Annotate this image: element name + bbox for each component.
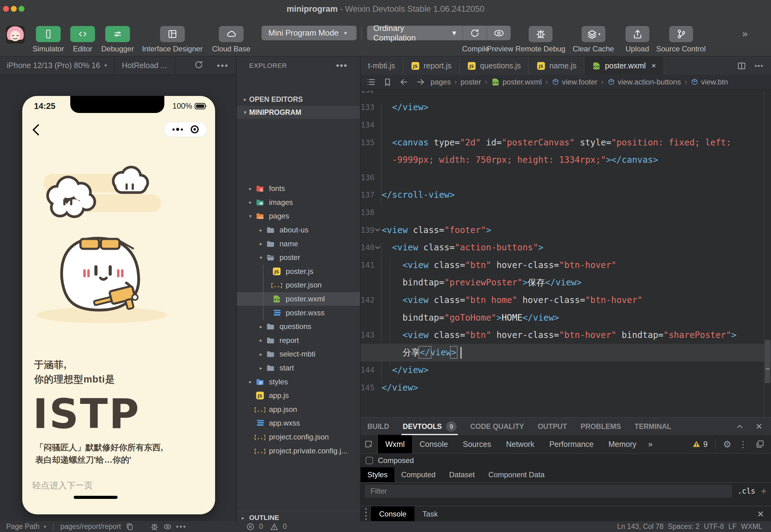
project-root-section[interactable]: ▾ MINIPROGRAM: [237, 106, 360, 119]
close-icon[interactable]: ✕: [756, 422, 762, 431]
tab-close-icon[interactable]: ×: [651, 61, 656, 71]
bookmark-icon[interactable]: [383, 77, 392, 87]
tab-poster.wxml[interactable]: <>poster.wxml×: [584, 57, 664, 75]
composed-checkbox[interactable]: [366, 457, 373, 464]
tree-file-poster.wxml[interactable]: <>poster.wxml: [237, 292, 360, 306]
status-item[interactable]: UTF-8: [704, 522, 724, 531]
tab-report.js[interactable]: JSreport.js: [403, 57, 460, 75]
tab-name.js[interactable]: JSname.js: [529, 57, 585, 75]
tab-questions.js[interactable]: JSquestions.js: [460, 57, 529, 75]
preview-button[interactable]: [487, 26, 511, 40]
debug-icon[interactable]: [150, 522, 159, 531]
split-editor-icon[interactable]: [737, 61, 747, 71]
tree-folder-start[interactable]: ▸start: [237, 361, 360, 375]
compilation-dropdown[interactable]: Ordinary Compilation ▾: [367, 26, 462, 40]
tree-file-app.wxss[interactable]: app.wxss: [237, 416, 360, 430]
breadcrumb-view.btn[interactable]: view.btn: [691, 78, 728, 86]
styles-tab-component-data[interactable]: Component Data: [482, 467, 551, 482]
tree-file-app.js[interactable]: JSapp.js: [237, 389, 360, 403]
upload-button[interactable]: [626, 26, 649, 42]
styles-tab-computed[interactable]: Computed: [394, 467, 442, 482]
arrow-left-icon[interactable]: [399, 77, 409, 87]
capsule-more-button[interactable]: [172, 128, 183, 131]
device-dropdown[interactable]: iPhone 12/13 (Pro) 80% 16 ▾: [0, 61, 114, 70]
capsule-close-icon[interactable]: [191, 125, 199, 133]
styles-tab-styles[interactable]: Styles: [361, 467, 394, 482]
panel-tab-terminal[interactable]: TERMINAL: [628, 418, 678, 435]
tree-file-poster.json[interactable]: {..}poster.json: [237, 278, 360, 292]
gear-icon[interactable]: ⚙: [723, 439, 731, 450]
inspector-tab-sources[interactable]: Sources: [455, 435, 499, 453]
tree-folder-name[interactable]: ▸name: [237, 237, 360, 251]
remote-debug-button[interactable]: [529, 26, 552, 42]
inspector-tab-memory[interactable]: Memory: [601, 435, 644, 453]
add-style-button[interactable]: +: [761, 486, 767, 497]
breadcrumb-view.action-buttons[interactable]: view.action-buttons: [607, 78, 681, 86]
tree-file-app.json[interactable]: {..}app.json: [237, 403, 360, 417]
explorer-more-button[interactable]: •••: [336, 60, 348, 71]
status-item[interactable]: LF: [728, 522, 737, 531]
tree-folder-questions[interactable]: ▸questions: [237, 320, 360, 334]
breadcrumb-poster.wxml[interactable]: <>poster.wxml: [491, 77, 542, 87]
editor-scrollbar[interactable]: [765, 340, 770, 383]
simulator-button[interactable]: [36, 26, 61, 42]
tree-folder-report[interactable]: ▸report: [237, 334, 360, 348]
console-tab-task[interactable]: Task: [414, 506, 446, 522]
breadcrumb-poster[interactable]: poster: [461, 78, 481, 86]
console-close-button[interactable]: ✕: [757, 506, 764, 522]
copy-icon[interactable]: [125, 522, 134, 531]
dock-icon[interactable]: [755, 439, 765, 449]
tree-folder-styles[interactable]: ▸styles: [237, 375, 360, 389]
cls-button[interactable]: .cls: [738, 487, 756, 495]
toolbar-more-button[interactable]: »: [742, 28, 747, 39]
back-button[interactable]: [30, 123, 44, 137]
panel-tab-problems[interactable]: PROBLEMS: [574, 418, 628, 435]
kebab-menu-icon[interactable]: ⋮: [739, 439, 747, 449]
inspector-tab-performance[interactable]: Performance: [542, 435, 601, 453]
errors-icon[interactable]: [246, 522, 255, 531]
tree-file-project.private.config.j...[interactable]: {..}project.private.config.j...: [237, 444, 360, 458]
tree-file-poster.js[interactable]: JSposter.js: [237, 265, 360, 279]
tree-folder-fonts[interactable]: ▸Afonts: [237, 182, 360, 196]
arrow-right-icon[interactable]: [416, 77, 426, 87]
panel-tab-code-quality[interactable]: CODE QUALITY: [463, 418, 531, 435]
panel-tab-build[interactable]: BUILD: [361, 418, 396, 435]
inspect-icon[interactable]: [364, 439, 374, 449]
tree-file-poster.wxss[interactable]: poster.wxss: [237, 306, 360, 320]
inspector-tab-console[interactable]: Console: [412, 435, 455, 453]
hotreload-toggle[interactable]: HotReload ...: [115, 61, 175, 70]
tree-file-project.config.json[interactable]: {..}project.config.json: [237, 430, 360, 444]
code-editor[interactable]: 132133 </view>134135 <canvas type="2d" i…: [361, 90, 771, 417]
status-item[interactable]: Ln 143, Col 78: [617, 522, 664, 531]
interface-designer-button[interactable]: [160, 26, 185, 42]
compile-button[interactable]: [463, 26, 487, 40]
debugger-button[interactable]: [105, 26, 130, 42]
page-path-dropdown[interactable]: Page Path: [6, 522, 39, 531]
status-item[interactable]: WXML: [741, 522, 762, 531]
status-more-button[interactable]: •••: [176, 522, 187, 531]
tree-folder-pages[interactable]: ▾<>pages: [237, 209, 360, 223]
status-item[interactable]: Spaces: 2: [668, 522, 700, 531]
preview-eye-icon[interactable]: [163, 522, 172, 531]
panel-tab-devtools[interactable]: DEVTOOLS9: [396, 418, 463, 435]
simulator-more-button[interactable]: •••: [217, 61, 229, 71]
user-avatar[interactable]: [6, 26, 25, 44]
tab-t-mbti.js[interactable]: t-mbti.js: [361, 57, 403, 75]
console-tab-console[interactable]: Console: [371, 506, 414, 522]
tree-folder-select-mbti[interactable]: ▸select-mbti: [237, 347, 360, 361]
breadcrumb-pages[interactable]: pages: [431, 78, 451, 86]
next-page-hint[interactable]: 轻点进入下一页: [32, 480, 93, 491]
refresh-icon[interactable]: [193, 59, 204, 72]
source-control-button[interactable]: [669, 26, 693, 42]
fold-chevron-icon[interactable]: [374, 246, 382, 249]
clear-cache-button[interactable]: ▾: [582, 26, 605, 42]
tree-folder-about-us[interactable]: ▸about-us: [237, 223, 360, 237]
chevron-up-icon[interactable]: [735, 422, 744, 431]
list-icon[interactable]: [366, 77, 376, 87]
open-editors-section[interactable]: ▸ OPEN EDITORS: [237, 93, 360, 106]
filter-input[interactable]: Filter: [365, 485, 732, 498]
warnings-icon[interactable]: [270, 522, 279, 531]
styles-tab-dataset[interactable]: Dataset: [442, 467, 482, 482]
inspector-tabs-overflow[interactable]: »: [644, 439, 657, 449]
warning-count-badge[interactable]: 9: [692, 440, 708, 449]
